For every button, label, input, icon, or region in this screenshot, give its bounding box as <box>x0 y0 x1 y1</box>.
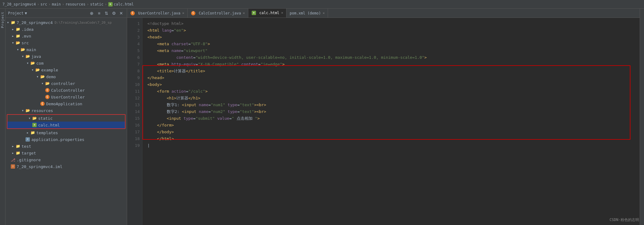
applicationprops-label: application.properties <box>31 137 84 142</box>
tab-calccontroller-close[interactable]: ✕ <box>243 11 245 15</box>
tree-item-idea[interactable]: 📁 .idea <box>6 26 127 33</box>
tree-item-applicationprops[interactable]: P application.properties <box>6 136 127 143</box>
breadcrumb-static[interactable]: static <box>90 2 103 6</box>
demoapplication-icon: C <box>40 101 45 106</box>
demo-icon: 📂 <box>40 74 45 79</box>
tree-item-demoapplication[interactable]: C DemoApplication <box>6 100 127 107</box>
panel-sort-button[interactable]: ⇅ <box>103 10 110 16</box>
code-line-15: <input type="submit" value=" 点击相加 "> <box>147 115 635 122</box>
mvn-icon: 📁 <box>15 34 20 38</box>
panel-actions: ⊕ ≡ ⇅ ⚙ ✕ <box>89 10 124 16</box>
tree-item-templates[interactable]: 📁 templates <box>6 129 127 136</box>
code-line-17: </body> <box>147 129 635 135</box>
tree-item-calchtml[interactable]: H calc.html <box>7 122 125 128</box>
gitignore-label: .gitignore <box>17 158 41 162</box>
tree-item-demo[interactable]: 📂 demo <box>6 73 127 80</box>
tree-item-src[interactable]: 📂 src <box>6 39 127 46</box>
breadcrumb-src[interactable]: src <box>41 2 47 6</box>
tab-calccontroller[interactable]: C CalcController.java ✕ <box>188 9 248 18</box>
editor-area: C UserController.java ✕ C CalcController… <box>127 9 640 225</box>
tab-pom[interactable]: pom.xml (demo) ✕ <box>286 9 328 18</box>
tree-item-gitignore[interactable]: ⎇ .gitignore <box>6 156 127 163</box>
tree-item-usercontroller[interactable]: C UserController <box>6 94 127 100</box>
main-arrow <box>15 47 20 52</box>
java-folder-icon: 📂 <box>25 54 30 59</box>
example-label: example <box>41 68 58 72</box>
breadcrumb-main[interactable]: main <box>52 2 61 6</box>
breadcrumb-sep-1: › <box>37 2 39 6</box>
target-icon: 📁 <box>15 151 20 155</box>
calccontroller-icon: C <box>45 88 50 93</box>
calchtml-icon: H <box>32 123 37 127</box>
code-line-6: content="width=device-width, user-scalab… <box>147 54 635 61</box>
panel-close-button[interactable]: ✕ <box>118 10 124 16</box>
left-activity-bar: Project <box>0 9 6 225</box>
tab-calchtml-close[interactable]: ✕ <box>281 11 283 15</box>
tree-item-static[interactable]: 📂 static <box>7 115 125 122</box>
code-line-1: <!doctype html> <box>147 20 635 27</box>
static-arrow <box>27 116 32 121</box>
templates-arrow <box>25 130 30 135</box>
tree-item-example[interactable]: 📂 example <box>6 66 127 73</box>
code-line-13: 数字1: <input name="num1" type="text"><br> <box>147 102 635 108</box>
tree-item-com[interactable]: 📂 com <box>6 60 127 66</box>
main-layout: Project Project ▼ ⊕ ≡ ⇅ ⚙ ✕ 📁 7_20_sprin… <box>0 9 644 225</box>
tab-usercontroller[interactable]: C UserController.java ✕ <box>127 9 188 18</box>
tree-item-controller[interactable]: 📂 controller <box>6 80 127 87</box>
controller-label: controller <box>51 81 75 86</box>
templates-icon: 📁 <box>30 130 35 135</box>
breadcrumb-resources[interactable]: resources <box>66 2 86 6</box>
breadcrumb-sep-4: › <box>87 2 89 6</box>
code-line-8: <title>计算器</title> <box>147 68 635 74</box>
tree-item-main[interactable]: 📂 main <box>6 46 127 53</box>
main-icon: 📂 <box>20 47 25 52</box>
tab-usercontroller-close[interactable]: ✕ <box>182 11 184 15</box>
tab-calchtml-label: calc.html <box>259 11 279 15</box>
tab-calccontroller-icon: C <box>191 11 196 16</box>
tree-item-calccontroller[interactable]: C CalcController <box>6 87 127 94</box>
src-label: src <box>22 41 29 45</box>
target-arrow <box>10 151 15 155</box>
tab-calchtml[interactable]: H calc.html ✕ <box>248 9 287 18</box>
calchtml-label: calc.html <box>38 123 60 127</box>
idea-label: .idea <box>22 27 34 32</box>
src-icon: 📂 <box>15 40 20 45</box>
tree-item-target[interactable]: 📁 target <box>6 150 127 156</box>
main-label: main <box>26 47 36 52</box>
tab-pom-label: pom.xml (demo) <box>290 11 321 15</box>
tree-item-java[interactable]: 📂 java <box>6 53 127 60</box>
breadcrumb-project[interactable]: 7_20_springmvc4 <box>2 2 36 6</box>
static-icon: 📂 <box>32 116 37 121</box>
tree-item-resources[interactable]: 📂 resources <box>6 107 127 114</box>
project-tree: 📁 7_20_springmvc4 D:\Training\JavaCode\7… <box>6 18 127 225</box>
code-content[interactable]: <!doctype html> <html lang="en"> <head> … <box>142 18 640 225</box>
root-folder-icon: 📁 <box>10 20 15 25</box>
tab-pom-close[interactable]: ✕ <box>323 11 325 15</box>
code-line-3: <head> <box>147 34 635 41</box>
calccontroller-label: CalcController <box>51 88 85 93</box>
code-line-9: </head> <box>147 74 635 81</box>
code-line-4: <meta charset="UTF-8"> <box>147 41 635 47</box>
tree-item-test[interactable]: 📁 test <box>6 143 127 150</box>
tree-item-root[interactable]: 📁 7_20_springmvc4 D:\Training\JavaCode\7… <box>6 19 127 26</box>
iml-label: 7_20_springmvc4.iml <box>17 164 62 169</box>
code-line-7: <meta http-equiv="X-UA-Compatible" conte… <box>147 61 635 68</box>
controller-arrow <box>40 81 45 86</box>
code-line-5: <meta name="viewport" <box>147 47 635 54</box>
root-arrow <box>6 20 10 25</box>
panel-dropdown-icon[interactable]: ▼ <box>25 11 27 15</box>
breadcrumb-bar: 7_20_springmvc4 › src › main › resources… <box>0 0 644 9</box>
tab-usercontroller-label: UserController.java <box>138 11 180 15</box>
tree-item-iml[interactable]: I 7_20_springmvc4.iml <box>6 163 127 170</box>
code-line-12: <h1>计算器</h1> <box>147 95 635 102</box>
panel-list-button[interactable]: ≡ <box>96 10 102 16</box>
props-icon: P <box>25 137 30 142</box>
tab-usercontroller-icon: C <box>130 11 135 16</box>
panel-add-button[interactable]: ⊕ <box>89 10 95 16</box>
panel-settings-button[interactable]: ⚙ <box>111 10 117 16</box>
static-highlight-box: 📂 static H calc.html <box>7 114 126 129</box>
tree-item-mvn[interactable]: 📁 .mvn <box>6 33 127 39</box>
iml-icon: I <box>10 164 15 169</box>
breadcrumb-sep-5: › <box>105 2 107 6</box>
com-icon: 📂 <box>30 61 35 66</box>
